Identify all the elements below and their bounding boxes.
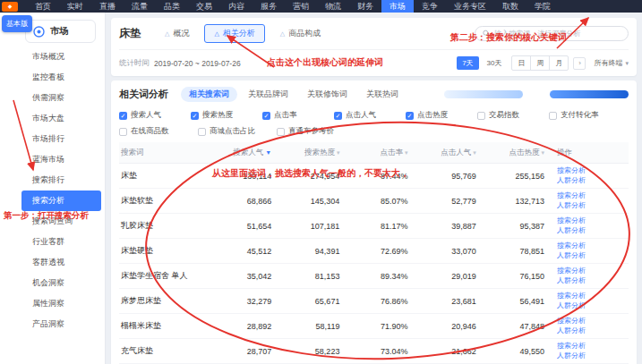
nav-item[interactable]: 业务专区 xyxy=(446,0,494,13)
search-analysis-link[interactable]: 搜索分析 xyxy=(557,216,629,225)
related-word-tabs: 相关搜索词关联品牌词关联修饰词关联热词 xyxy=(181,87,409,102)
column-header[interactable]: 点击热度▾ xyxy=(489,148,557,158)
nav-item[interactable]: 直播 xyxy=(91,0,124,13)
column-header[interactable]: 搜索人气▼ xyxy=(216,148,284,158)
nav-item[interactable]: 首页 xyxy=(27,0,59,13)
table-row: 床垫学生宿舍 单人 35,042 81,153 89.34% 29,019 76… xyxy=(119,264,629,289)
search-analysis-link[interactable]: 搜索分析 xyxy=(557,241,629,250)
date-range[interactable]: 2019-07-20 ~ 2019-07-26 xyxy=(154,59,241,68)
range-button[interactable]: 7天 xyxy=(457,56,478,70)
column-header[interactable]: 搜索热度▾ xyxy=(284,148,352,158)
sort-icon[interactable]: ▼ xyxy=(265,149,271,156)
metric-checkbox[interactable]: ✓ 点击热度 xyxy=(406,110,477,121)
related-word-tab[interactable]: 相关搜索词 xyxy=(181,87,237,102)
search-analysis-link[interactable]: 搜索分析 xyxy=(557,166,629,175)
sidebar-item[interactable]: 市场排行 xyxy=(0,129,105,149)
crowd-analysis-link[interactable]: 人群分析 xyxy=(557,276,629,285)
sidebar-item[interactable]: 搜索分析 xyxy=(21,190,101,211)
nav-item[interactable]: 竞争 xyxy=(414,0,446,13)
column-header[interactable]: 点击率▾ xyxy=(352,148,420,158)
terminal-filter[interactable]: 所有终端 ▾ xyxy=(594,58,629,68)
sidebar-menu: 市场概况监控看板供需洞察市场大盘市场排行蓝海市场搜索排行搜索分析搜索词查询行业客… xyxy=(0,47,105,334)
metric-checkbox[interactable]: ✓ 点击率 xyxy=(262,110,334,121)
metric-checkbox[interactable]: ✓ 在线商品数 xyxy=(119,126,198,137)
sort-icon[interactable]: ▾ xyxy=(473,149,476,156)
tab[interactable]: △ 概况 xyxy=(155,24,199,43)
nav-item[interactable]: 服务 xyxy=(253,0,285,13)
check-icon: ✓ xyxy=(407,113,413,119)
column-header[interactable]: 搜索词 xyxy=(119,148,216,158)
nav-item[interactable]: 交易 xyxy=(188,0,220,13)
nav-item[interactable]: 学院 xyxy=(526,0,559,13)
search-input[interactable] xyxy=(494,30,621,38)
metric-checkbox[interactable]: ✓ 点击人气 xyxy=(334,110,406,121)
nav-item[interactable]: 流量 xyxy=(124,0,156,13)
metric-checkbox[interactable]: ✓ 直通车参考价 xyxy=(277,126,355,137)
table-row: 床垫 130,114 274,954 87.44% 95,769 255,156… xyxy=(119,164,629,189)
metric-checkbox[interactable]: ✓ 商城点击占比 xyxy=(198,126,277,137)
sidebar-item[interactable]: 蓝海市场 xyxy=(0,149,105,170)
search-heat-value: 58,119 xyxy=(284,322,352,331)
sort-icon[interactable]: ▾ xyxy=(405,149,408,156)
granularity-button[interactable]: 周 xyxy=(531,56,550,70)
nav-item[interactable]: 市场 xyxy=(381,0,414,13)
sidebar-item[interactable]: 产品洞察 xyxy=(0,314,105,334)
version-badge[interactable]: 基本版 xyxy=(2,15,32,32)
related-word-tab[interactable]: 关联品牌词 xyxy=(240,87,296,102)
related-word-tab[interactable]: 关联修饰词 xyxy=(299,87,355,102)
main-area: 床垫 △ 概况 △ 相关分析 △ 商品构成 xyxy=(106,13,642,364)
row-actions: 搜索分析 人群分析 xyxy=(557,241,629,260)
search-heat-value: 81,153 xyxy=(284,272,352,281)
section-title: 相关词分析 xyxy=(119,88,168,101)
crowd-analysis-link[interactable]: 人群分析 xyxy=(557,326,629,335)
metric-checkbox[interactable]: ✓ 支付转化率 xyxy=(549,110,621,121)
metric-checkbox[interactable]: ✓ 搜索人气 xyxy=(119,110,191,121)
sidebar-item[interactable]: 搜索词查询 xyxy=(0,211,105,232)
nav-item[interactable]: 营销 xyxy=(285,0,317,13)
sidebar-item[interactable]: 机会洞察 xyxy=(0,273,105,293)
crowd-analysis-link[interactable]: 人群分析 xyxy=(557,201,629,210)
sidebar-item[interactable]: 市场概况 xyxy=(0,47,105,67)
sidebar-item[interactable]: 搜索排行 xyxy=(0,170,105,190)
nav-item[interactable]: 内容 xyxy=(220,0,253,13)
sidebar-item[interactable]: 监控看板 xyxy=(0,67,105,88)
nav-item[interactable]: 取数 xyxy=(494,0,526,13)
metric-checkbox[interactable]: ✓ 搜索热度 xyxy=(191,110,262,121)
crowd-analysis-link[interactable]: 人群分析 xyxy=(557,351,629,360)
search-analysis-link[interactable]: 搜索分析 xyxy=(557,317,629,326)
crowd-analysis-link[interactable]: 人群分析 xyxy=(557,176,629,185)
crowd-analysis-link[interactable]: 人群分析 xyxy=(557,301,629,310)
column-header[interactable]: 操作 xyxy=(557,148,629,158)
filter-row-2: ✓ 在线商品数 ✓ 商城点击占比 ✓ 直通车参考价 xyxy=(119,126,629,137)
sidebar-item[interactable]: 客群透视 xyxy=(0,252,105,273)
column-header[interactable]: 点击人气▾ xyxy=(421,148,489,158)
nav-item[interactable]: 物流 xyxy=(317,0,349,13)
sidebar-item[interactable]: 属性洞察 xyxy=(0,293,105,314)
click-heat-value: 76,150 xyxy=(489,272,557,281)
metric-checkbox[interactable]: ✓ 交易指数 xyxy=(477,110,549,121)
granularity-button[interactable]: 日 xyxy=(512,56,531,70)
search-analysis-link[interactable]: 搜索分析 xyxy=(557,292,629,301)
sidebar-item[interactable]: 行业客群 xyxy=(0,232,105,252)
search-analysis-link[interactable]: 搜索分析 xyxy=(557,342,629,351)
granularity-button[interactable]: 月 xyxy=(550,56,568,70)
tab[interactable]: △ 相关分析 xyxy=(204,24,264,43)
search-analysis-link[interactable]: 搜索分析 xyxy=(557,191,629,200)
keyword-search-box[interactable] xyxy=(475,26,629,41)
nav-item[interactable]: 财务 xyxy=(349,0,381,13)
range-button[interactable]: 30天 xyxy=(482,56,508,70)
nav-item[interactable]: 品类 xyxy=(156,0,188,13)
search-analysis-link[interactable]: 搜索分析 xyxy=(557,267,629,275)
crowd-analysis-link[interactable]: 人群分析 xyxy=(557,226,629,235)
sort-icon[interactable]: ▾ xyxy=(337,149,340,156)
crowd-analysis-link[interactable]: 人群分析 xyxy=(557,251,629,260)
tab[interactable]: △ 商品构成 xyxy=(270,24,330,43)
sidebar-item[interactable]: 供需洞察 xyxy=(0,88,105,108)
click-rate-value: 71.90% xyxy=(352,322,420,331)
sort-icon[interactable]: ▾ xyxy=(541,149,544,156)
metric-label: 交易指数 xyxy=(489,110,519,121)
related-word-tab[interactable]: 关联热词 xyxy=(358,87,407,102)
sidebar-item[interactable]: 市场大盘 xyxy=(0,108,105,129)
nav-item[interactable]: 实时 xyxy=(59,0,91,13)
next-page-button[interactable]: › xyxy=(573,57,586,70)
